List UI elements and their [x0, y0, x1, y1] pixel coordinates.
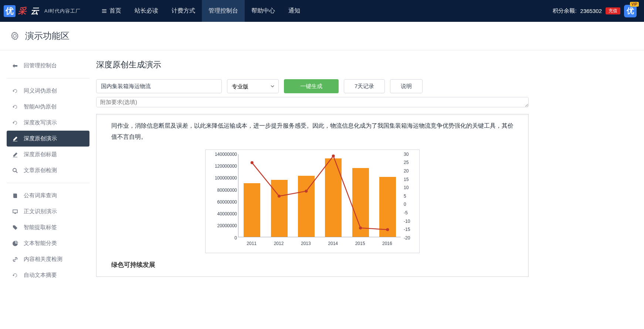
refresh-icon [12, 120, 18, 126]
svg-point-0 [251, 161, 254, 164]
svg-point-3 [332, 154, 335, 157]
y-right-tick: 20 [402, 168, 419, 174]
sidebar-item-label: 深度原创标题 [24, 151, 57, 158]
main-title: 深度原创生成演示 [96, 59, 529, 70]
svg-point-2 [305, 189, 308, 192]
extra-requirements-input[interactable] [96, 97, 529, 107]
version-select[interactable]: 专业版 [227, 79, 279, 93]
top-nav: 首页 站长必读 计费方式 管理控制台 帮助中心 通知 [95, 0, 307, 22]
content-paragraph: 同作业，消除信息断层及误差，以此来降低运输成本，进一步提升服务感受。因此，物流信… [111, 120, 513, 143]
nav-notice[interactable]: 通知 [282, 0, 307, 22]
chart-container: 0200000004000000060000000800000001000000… [205, 150, 420, 253]
vip-icon: 优 [624, 5, 637, 17]
sidebar-item-g1-2[interactable]: 深度改写演示 [7, 115, 89, 131]
sidebar-item-g1-3[interactable]: 深度原创演示 [7, 131, 89, 147]
divider [7, 183, 89, 183]
nav-label: 计费方式 [172, 7, 195, 15]
sidebar-item-g2-3[interactable]: 文本智能分类 [7, 235, 89, 251]
edit-icon [12, 136, 18, 142]
sidebar-item-g1-0[interactable]: 同义词伪原创 [7, 83, 89, 99]
nav-help[interactable]: 帮助中心 [245, 0, 282, 22]
x-tick: 2016 [382, 241, 392, 246]
pie-icon [12, 241, 18, 246]
sidebar-item-g2-2[interactable]: 智能提取标签 [7, 219, 89, 235]
edit-icon [12, 152, 18, 158]
x-tick: 2011 [247, 241, 257, 246]
header-right: 积分余额: 2365302 充值 优 VIP [553, 5, 637, 17]
list-icon [101, 8, 107, 14]
sidebar-item-label: 同义词伪原创 [24, 87, 57, 94]
gear-icon [10, 31, 19, 40]
x-tick: 2012 [274, 241, 284, 246]
topic-input[interactable] [96, 79, 222, 93]
y-right-tick: -20 [402, 235, 419, 241]
recharge-button[interactable]: 充值 [606, 7, 620, 14]
y-right-tick: -5 [402, 210, 419, 215]
controls-row: 专业版 一键生成 7天记录 说明 [96, 79, 529, 93]
y-right-tick: 10 [402, 185, 419, 190]
logo-char-2: 采 [16, 5, 28, 17]
link-icon [12, 256, 18, 262]
refresh-icon [12, 104, 18, 110]
sidebar-item-label: 内容相关度检测 [24, 256, 62, 263]
content-output[interactable]: 同作业，消除信息断层及误差，以此来降低运输成本，进一步提升服务感受。因此，物流信… [96, 114, 529, 277]
sidebar-item-label: 深度改写演示 [24, 119, 57, 126]
line-series [238, 154, 401, 238]
x-tick: 2013 [301, 241, 311, 246]
y-right-tick: 15 [402, 177, 419, 182]
logo-char-3: 云 [29, 5, 41, 17]
svg-point-1 [278, 195, 281, 198]
refresh-icon [12, 272, 18, 278]
y-right-tick: 5 [402, 194, 419, 199]
sidebar-back[interactable]: 回管理控制台 [7, 58, 89, 74]
sidebar-item-label: 公有词库查询 [24, 192, 57, 199]
y-right-tick: 0 [402, 202, 419, 207]
sidebar-item-label: 文本智能分类 [24, 240, 57, 247]
sidebar-item-g1-1[interactable]: 智能AI伪原创 [7, 99, 89, 115]
balance-value: 2365302 [580, 8, 602, 14]
history-button[interactable]: 7天记录 [344, 79, 385, 93]
sidebar-item-g2-4[interactable]: 内容相关度检测 [7, 251, 89, 267]
vip-badge[interactable]: 优 VIP [624, 5, 637, 17]
sidebar-item-g2-5[interactable]: 自动文本摘要 [7, 267, 89, 283]
y-left-tick: 20000000 [206, 223, 237, 228]
search-icon [12, 168, 18, 174]
sidebar-item-label: 智能提取标签 [24, 224, 57, 231]
sidebar-item-g1-5[interactable]: 文章原创检测 [7, 162, 89, 178]
help-button[interactable]: 说明 [390, 79, 423, 93]
layout: 回管理控制台 同义词伪原创智能AI伪原创深度改写演示深度原创演示深度原创标题文章… [0, 50, 644, 291]
sidebar-item-g2-0[interactable]: 公有词库查询 [7, 188, 89, 204]
sidebar-item-label: 回管理控制台 [24, 62, 57, 69]
nav-label: 管理控制台 [209, 7, 238, 15]
y-left-tick: 100000000 [206, 175, 237, 181]
nav-pricing[interactable]: 计费方式 [165, 0, 202, 22]
y-left-tick: 120000000 [206, 164, 237, 169]
page-title-bar: 演示功能区 [0, 22, 644, 50]
y-right-tick: 30 [402, 152, 419, 157]
sidebar-item-label: 正文识别演示 [24, 208, 57, 215]
logo-char-1: 优 [4, 5, 16, 17]
nav-mustread[interactable]: 站长必读 [128, 0, 165, 22]
sidebar-item-label: 深度原创演示 [24, 135, 57, 142]
sidebar-item-g2-1[interactable]: 正文识别演示 [7, 204, 89, 219]
refresh-icon [12, 88, 18, 94]
y-right-tick: -15 [402, 227, 419, 232]
sidebar-item-label: 文章原创检测 [24, 167, 57, 174]
back-arrow-icon [12, 63, 18, 69]
sidebar-item-label: 智能AI伪原创 [24, 103, 57, 110]
chart-plot [238, 154, 401, 237]
y-left-tick: 80000000 [206, 188, 237, 193]
y-left-tick: 60000000 [206, 199, 237, 205]
sidebar-item-g1-4[interactable]: 深度原创标题 [7, 147, 89, 162]
nav-console[interactable]: 管理控制台 [202, 0, 245, 22]
top-header: 优 采 云 AI时代内容工厂 首页 站长必读 计费方式 管理控制台 帮助中心 通… [0, 0, 644, 22]
generate-button[interactable]: 一键生成 [284, 79, 339, 93]
svg-point-4 [359, 226, 362, 229]
y-left-tick: 0 [206, 235, 237, 241]
x-tick: 2014 [328, 241, 338, 246]
nav-home[interactable]: 首页 [95, 0, 128, 22]
tag-icon [12, 225, 18, 231]
main-content: 深度原创生成演示 专业版 一键生成 7天记录 说明 同作业，消除信息断层及误差，… [96, 50, 540, 291]
sidebar: 回管理控制台 同义词伪原创智能AI伪原创深度改写演示深度原创演示深度原创标题文章… [0, 50, 96, 291]
logo[interactable]: 优 采 云 AI时代内容工厂 [4, 5, 81, 17]
